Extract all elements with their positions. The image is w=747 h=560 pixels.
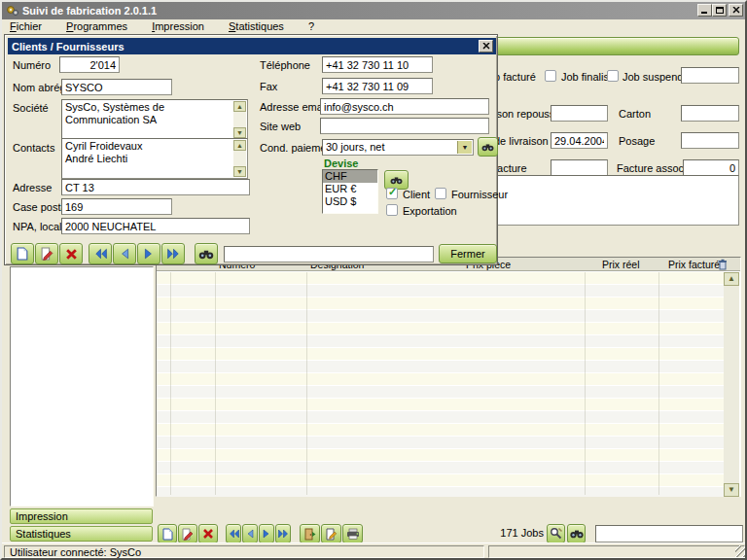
table-row[interactable] — [157, 449, 725, 462]
job-report-button[interactable] — [321, 524, 341, 543]
nav-first-button[interactable] — [89, 243, 112, 264]
site-web-field[interactable] — [320, 118, 489, 134]
posage-field[interactable] — [681, 132, 739, 149]
cond-paiement-search-button[interactable] — [478, 137, 498, 157]
menu-programmes[interactable]: Programmes — [64, 20, 129, 32]
devise-option-eur[interactable]: EUR € — [323, 183, 377, 195]
facture-field[interactable] — [551, 159, 608, 176]
table-row[interactable] — [157, 323, 725, 335]
contacts-scrollbar[interactable]: ▲ ▼ — [233, 140, 246, 177]
table-row[interactable] — [157, 399, 725, 411]
menu-statistiques[interactable]: Statistiques — [227, 20, 286, 32]
close-button[interactable] — [729, 4, 743, 17]
delete-job-button[interactable] — [198, 524, 218, 543]
facture-associee-field[interactable] — [683, 159, 739, 176]
npa-localite-field[interactable] — [61, 218, 250, 234]
table-row[interactable] — [157, 361, 725, 373]
dialog-titlebar[interactable]: Clients / Fournisseurs — [8, 38, 496, 54]
exportation-checkbox[interactable] — [386, 204, 398, 216]
resize-grip[interactable] — [735, 545, 747, 557]
nav-first-button[interactable] — [226, 524, 241, 543]
nav-last-button[interactable] — [161, 243, 185, 264]
date-livraison-field[interactable] — [551, 132, 608, 149]
jobs-search-input[interactable] — [595, 525, 743, 542]
table-row[interactable] — [157, 437, 725, 449]
fax-label: Fax — [260, 81, 277, 92]
table-row[interactable] — [157, 298, 725, 310]
table-row[interactable] — [157, 335, 725, 348]
new-client-button[interactable] — [11, 243, 34, 264]
scroll-up-icon[interactable]: ▲ — [233, 101, 246, 112]
fournisseur-checkbox[interactable] — [435, 188, 446, 199]
remarks-textarea[interactable] — [479, 175, 739, 226]
table-row[interactable] — [157, 348, 725, 361]
trash-icon[interactable] — [718, 259, 728, 270]
job-flag-field[interactable] — [681, 67, 739, 84]
maximize-button[interactable] — [712, 4, 727, 17]
nav-prev-button[interactable] — [113, 243, 136, 264]
chevron-down-icon[interactable]: ▼ — [457, 141, 472, 154]
scroll-down-icon[interactable]: ▼ — [724, 483, 739, 497]
menu-help[interactable]: ? — [306, 20, 316, 32]
col-prix-facture[interactable]: Prix facturé — [668, 259, 720, 270]
tab-impression[interactable]: Impression — [10, 508, 153, 524]
client-checkbox[interactable]: ✓ — [386, 188, 398, 199]
nav-last-button[interactable] — [275, 524, 291, 543]
fermer-button[interactable]: Fermer — [439, 244, 497, 263]
nom-abrege-field[interactable] — [61, 79, 172, 95]
fax-field[interactable] — [322, 78, 433, 94]
nav-prev-button[interactable] — [242, 524, 258, 543]
window-titlebar[interactable]: Suivi de fabrication 2.0.1.1 — [2, 2, 745, 19]
email-field[interactable] — [320, 98, 489, 115]
find-jobs-button[interactable] — [567, 524, 586, 543]
advanced-search-button[interactable] — [547, 524, 565, 543]
col-prix-reel[interactable]: Prix réel — [602, 259, 640, 270]
nav-next-button[interactable] — [137, 243, 160, 264]
edit-job-button[interactable] — [178, 524, 197, 543]
adresse-field[interactable] — [61, 179, 250, 195]
cond-paiement-combobox[interactable]: 30 jours, net ▼ — [322, 139, 474, 156]
menu-impression[interactable]: Impression — [150, 20, 206, 32]
table-row[interactable] — [157, 487, 725, 497]
table-row[interactable] — [157, 285, 725, 298]
carton-field[interactable] — [681, 105, 739, 122]
minimize-button[interactable] — [697, 4, 712, 17]
edit-client-button[interactable] — [35, 243, 58, 264]
devise-option-chf[interactable]: CHF — [323, 170, 377, 183]
telephone-field[interactable] — [322, 56, 433, 73]
nav-next-button[interactable] — [259, 524, 274, 543]
table-row[interactable] — [157, 474, 725, 487]
tab-statistiques[interactable]: Statistiques — [10, 526, 153, 542]
left-list-panel[interactable] — [10, 266, 154, 507]
table-row[interactable] — [157, 310, 725, 323]
devise-option-usd[interactable]: USD $ — [323, 195, 377, 208]
societe-scrollbar[interactable]: ▲ ▼ — [233, 101, 246, 138]
exit-job-button[interactable] — [300, 524, 320, 543]
livraison-repoussee-field[interactable] — [551, 105, 608, 122]
scroll-up-icon[interactable]: ▲ — [724, 272, 739, 286]
exit-door-icon — [303, 528, 316, 541]
job-finalise-checkbox[interactable] — [545, 70, 556, 82]
print-button[interactable] — [342, 524, 363, 543]
delete-client-button[interactable] — [59, 243, 83, 264]
case-postale-field[interactable] — [61, 198, 172, 215]
table-row[interactable] — [157, 424, 725, 437]
job-suspendu-checkbox[interactable] — [607, 70, 619, 82]
new-job-button[interactable] — [158, 524, 177, 543]
table-row[interactable] — [157, 462, 725, 474]
find-client-button[interactable] — [195, 243, 218, 264]
table-scrollbar[interactable]: ▲ ▼ — [724, 272, 739, 497]
table-row[interactable] — [157, 411, 725, 424]
scroll-up-icon[interactable]: ▲ — [233, 140, 246, 151]
scroll-down-icon[interactable]: ▼ — [233, 166, 246, 177]
contacts-textarea[interactable]: Cyril Froidevaux André Liechti ▲ ▼ — [61, 138, 248, 179]
dialog-close-button[interactable] — [479, 40, 493, 52]
societe-textarea[interactable]: SysCo, Systèmes de Communication SA ▲ ▼ — [61, 99, 248, 140]
numero-field[interactable] — [59, 56, 120, 73]
table-row[interactable] — [157, 386, 725, 399]
table-row[interactable] — [157, 373, 725, 386]
table-row[interactable] — [157, 272, 725, 285]
menu-fichier[interactable]: Fichier — [8, 20, 44, 32]
client-search-input[interactable] — [224, 246, 434, 262]
scroll-down-icon[interactable]: ▼ — [233, 127, 246, 138]
